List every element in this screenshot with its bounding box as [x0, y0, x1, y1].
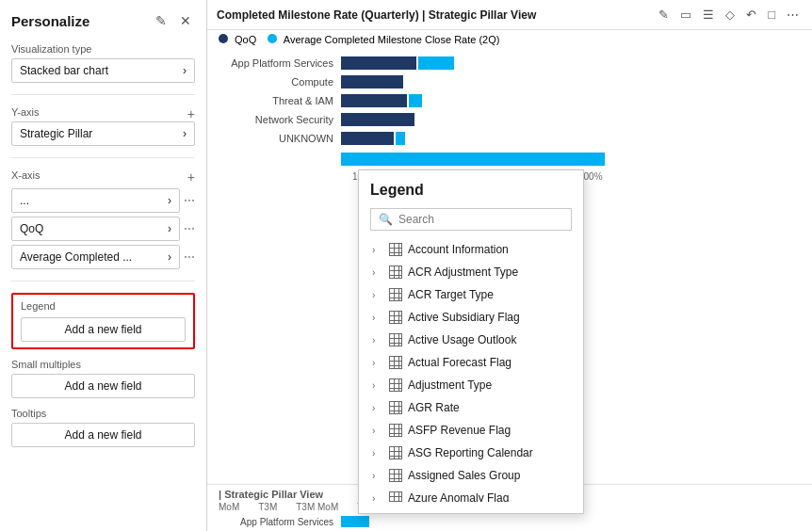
legend-item-expand-icon: ›: [372, 335, 383, 346]
bar-blue-long: [341, 153, 605, 166]
legend-item-grid-icon: [389, 491, 402, 502]
legend-list-item[interactable]: › Active Subsidiary Flag: [370, 306, 568, 329]
x-axis-item-2-btn[interactable]: QoQ ›: [11, 217, 180, 241]
legend-list-item[interactable]: › Account Information: [370, 238, 568, 261]
x-tick-300: 300%: [578, 171, 635, 182]
tab-t3m-mom[interactable]: T3M MoM: [296, 502, 338, 512]
legend-item-grid-icon: [389, 446, 402, 459]
search-icon: 🔍: [379, 213, 393, 226]
svg-rect-41: [399, 339, 401, 343]
svg-rect-91: [395, 470, 398, 474]
x-axis-item-1-btn[interactable]: ... ›: [11, 188, 180, 213]
svg-rect-27: [390, 312, 394, 315]
legend-list-item[interactable]: › Actual Forecast Flag: [370, 351, 568, 374]
y-axis-value: Strategic Pillar: [20, 127, 92, 140]
x-axis-item-3-chevron: ›: [168, 250, 171, 264]
svg-rect-72: [390, 425, 394, 428]
tooltips-add-btn[interactable]: Add a new field: [11, 423, 195, 447]
toolbar-pencil-icon[interactable]: ✎: [655, 6, 673, 24]
bar-label-threat: Threat & IAM: [219, 95, 341, 106]
legend-list-item[interactable]: › Active Usage Outlook: [370, 329, 568, 351]
toolbar-expand-icon[interactable]: ◇: [722, 6, 739, 24]
legend-list-item[interactable]: › Azure Anomaly Flag: [370, 487, 568, 502]
svg-rect-34: [395, 321, 398, 323]
legend-list-item[interactable]: › ASG Reporting Calendar: [370, 442, 568, 464]
legend-item-expand-icon: ›: [372, 403, 383, 413]
toolbar-filter-icon[interactable]: ☰: [699, 6, 718, 24]
svg-rect-33: [390, 321, 394, 323]
svg-rect-20: [390, 294, 394, 298]
svg-rect-29: [390, 316, 394, 320]
legend-list-item[interactable]: › Assigned Sales Group: [370, 464, 568, 487]
svg-rect-88: [395, 457, 398, 459]
svg-rect-102: [395, 497, 398, 501]
small-multiples-add-btn[interactable]: Add a new field: [11, 374, 195, 398]
legend-list-item[interactable]: › Adjustment Type: [370, 374, 568, 396]
legend-item-expand-icon: ›: [372, 358, 383, 368]
legend-list-item[interactable]: › ACR Target Type: [370, 283, 568, 306]
legend-qoq: QoQ: [219, 34, 256, 45]
svg-rect-104: [399, 497, 401, 501]
svg-rect-87: [390, 457, 394, 459]
x-axis-item-3: Average Completed ... › ⋯: [11, 245, 195, 269]
svg-rect-8: [399, 253, 401, 255]
bar-dark-compute: [341, 75, 403, 88]
svg-rect-17: [399, 276, 401, 278]
svg-rect-31: [399, 312, 401, 315]
legend-search-box[interactable]: 🔍: [370, 208, 572, 231]
viz-type-section: Visualization type Stacked bar chart ›: [11, 43, 195, 83]
toolbar-undo-icon[interactable]: ↶: [742, 6, 760, 24]
legend-item-expand-icon: ›: [372, 426, 383, 436]
svg-rect-49: [399, 357, 401, 361]
panel-close-icon[interactable]: ✕: [176, 11, 195, 30]
tab-t3m[interactable]: T3M: [258, 502, 277, 512]
y-axis-add-btn[interactable]: +: [187, 106, 195, 121]
legend-list-item[interactable]: › ACR Adjustment Type: [370, 261, 568, 283]
viz-type-dropdown[interactable]: Stacked bar chart ›: [11, 58, 195, 83]
legend-item-label: Assigned Sales Group: [408, 469, 520, 482]
legend-list-item[interactable]: › AGR Rate: [370, 396, 568, 419]
legend-add-field-btn[interactable]: Add a new field: [21, 317, 186, 342]
svg-rect-6: [390, 253, 394, 255]
legend-list-item[interactable]: › ASFP Revenue Flag: [370, 419, 568, 442]
svg-rect-97: [395, 479, 398, 481]
legend-item-grid-icon: [389, 424, 402, 437]
tab-mom[interactable]: MoM: [219, 502, 239, 512]
svg-rect-78: [390, 434, 394, 436]
svg-rect-1: [395, 244, 398, 248]
svg-rect-40: [399, 334, 401, 338]
toolbar-grid-icon[interactable]: □: [764, 6, 779, 24]
svg-rect-50: [399, 362, 401, 365]
svg-rect-93: [395, 475, 398, 478]
svg-rect-24: [390, 298, 394, 300]
bar-label-compute: Compute: [219, 76, 341, 88]
x-axis-item-1-more[interactable]: ⋯: [184, 194, 195, 207]
svg-rect-74: [390, 429, 394, 433]
svg-rect-59: [399, 384, 401, 388]
chart-toolbar: ✎ ▭ ☰ ◇ ↶ □ ⋯: [655, 6, 803, 24]
x-axis-item-2-more[interactable]: ⋯: [184, 222, 195, 235]
toolbar-copy-icon[interactable]: ▭: [676, 6, 695, 24]
divider-3: [11, 281, 195, 282]
x-axis-item-3-btn[interactable]: Average Completed ... ›: [11, 245, 180, 269]
svg-rect-38: [390, 339, 394, 343]
panel-edit-icon[interactable]: ✎: [152, 11, 171, 30]
bar-row-unknown: UNKNOWN: [219, 132, 801, 145]
x-axis-item-1: ... › ⋯: [11, 188, 195, 213]
toolbar-more-icon[interactable]: ⋯: [783, 6, 803, 24]
y-axis-dropdown[interactable]: Strategic Pillar ›: [11, 121, 195, 146]
svg-rect-39: [395, 339, 398, 343]
legend-list: › Account Information ›: [370, 238, 572, 502]
svg-rect-3: [395, 249, 398, 252]
legend-item-label: Account Information: [408, 243, 509, 256]
legend-search-input[interactable]: [398, 213, 563, 226]
svg-rect-85: [399, 447, 401, 451]
x-axis-add-btn[interactable]: +: [187, 169, 195, 185]
bottom-bar-row: App Platform Services: [219, 516, 801, 527]
svg-rect-53: [399, 366, 401, 368]
bar-row-network: Network Security: [219, 113, 801, 126]
x-axis-item-3-more[interactable]: ⋯: [184, 250, 195, 264]
svg-rect-95: [399, 475, 401, 478]
legend-item-label: Active Subsidiary Flag: [408, 311, 520, 324]
svg-rect-37: [395, 334, 398, 338]
